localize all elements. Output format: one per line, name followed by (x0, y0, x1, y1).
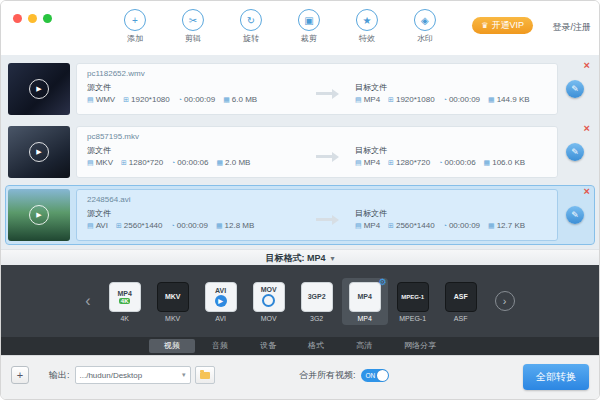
format-option-mov[interactable]: MOV MOV (246, 278, 292, 325)
chevron-right-icon[interactable]: › (495, 291, 515, 311)
source-label: 源文件 (87, 144, 299, 157)
play-icon[interactable]: ▶ (29, 205, 49, 225)
4k-badge: 4K (119, 298, 131, 304)
target-duration: 00:00:09 (449, 221, 480, 230)
format-tile-text: MP4 (117, 290, 131, 297)
file-row-selected[interactable]: ▶ 2248564.avi 源文件 ▤AVI ⊞2560*1440 ◔00:00… (6, 186, 594, 244)
duration-icon: ◔ (443, 222, 447, 229)
format-option-3g2[interactable]: 3GP2 3G2 (294, 278, 340, 325)
duration-icon: ◔ (171, 222, 175, 229)
convert-arrow-icon (299, 152, 355, 162)
target-size: 144.9 KB (497, 95, 530, 104)
zoom-window-button[interactable] (43, 14, 52, 23)
play-icon[interactable]: ▶ (29, 79, 49, 99)
tab-format[interactable]: 格式 (293, 339, 339, 353)
format-panel: ‹ MP4 4K 4K MKV MKV AVI ▶ AVI MOV (1, 265, 599, 337)
target-info: 目标文件 ▤MP4 ⊞1920*1080 ◔00:00:09 ▦144.9 KB (355, 81, 547, 106)
size-icon: ▦ (216, 222, 223, 229)
effects-label: 特效 (359, 33, 375, 44)
tab-hd[interactable]: 高清 (341, 339, 387, 353)
tab-device[interactable]: 设备 (245, 339, 291, 353)
play-icon[interactable]: ▶ (29, 142, 49, 162)
merge-toggle[interactable]: ON (361, 369, 389, 382)
edit-file-button[interactable]: ✎ (566, 143, 584, 161)
format-option-4k[interactable]: MP4 4K 4K (102, 278, 148, 325)
format-option-avi[interactable]: AVI ▶ AVI (198, 278, 244, 325)
close-window-button[interactable] (13, 14, 22, 23)
crop-button[interactable]: ▣ 裁剪 (287, 9, 331, 44)
target-info: 目标文件 ▤MP4 ⊞2560*1440 ◔00:00:09 ▦12.7 KB (355, 207, 547, 232)
edit-file-button[interactable]: ✎ (566, 80, 584, 98)
add-file-button[interactable]: + (11, 366, 29, 384)
file-row[interactable]: ▶ pc1182652.wmv 源文件 ▤WMV ⊞1920*1080 ◔00:… (6, 60, 594, 118)
rotate-label: 旋转 (243, 33, 259, 44)
remove-file-icon[interactable]: × (584, 123, 590, 133)
file-row[interactable]: ▶ pc857195.mkv 源文件 ▤MKV ⊞1280*720 ◔00:00… (6, 123, 594, 181)
row-controls: × ✎ (558, 124, 592, 180)
format-caption: 3G2 (310, 315, 323, 322)
source-resolution: 1920*1080 (131, 95, 170, 104)
file-name: pc857195.mkv (87, 131, 547, 143)
watermark-button[interactable]: ◈ 水印 (403, 9, 447, 44)
format-caption: 4K (120, 315, 129, 322)
minimize-window-button[interactable] (28, 14, 37, 23)
tab-video[interactable]: 视频 (149, 339, 195, 353)
tab-audio[interactable]: 音频 (197, 339, 243, 353)
target-label: 目标文件 (355, 81, 547, 94)
file-type-icon: ▤ (355, 96, 362, 103)
merge-control: 合并所有视频: ON (299, 369, 389, 382)
resolution-icon: ⊞ (123, 96, 129, 103)
target-resolution: 1280*720 (396, 158, 430, 167)
target-info: 目标文件 ▤MP4 ⊞1280*720 ◔00:00:06 ▦106.0 KB (355, 144, 547, 169)
resolution-icon: ⊞ (388, 159, 394, 166)
duration-icon: ◔ (171, 159, 175, 166)
rotate-button[interactable]: ↻ 旋转 (229, 9, 273, 44)
file-type-icon: ▤ (87, 159, 94, 166)
crown-icon: ♛ (481, 21, 488, 30)
target-size: 106.0 KB (492, 158, 525, 167)
tab-web-share[interactable]: 网络分享 (389, 339, 451, 353)
add-button[interactable]: + 添加 (113, 9, 157, 44)
size-icon: ▦ (223, 96, 230, 103)
format-tile-text: MOV (261, 286, 277, 293)
remove-file-icon[interactable]: × (584, 186, 590, 196)
source-size: 12.8 MB (225, 221, 255, 230)
source-resolution: 2560*1440 (124, 221, 163, 230)
target-resolution: 1920*1080 (396, 95, 435, 104)
format-option-mkv[interactable]: MKV MKV (150, 278, 196, 325)
source-format: MKV (96, 158, 113, 167)
bottom-bar: + 输出: .../hudun/Desktop ▾ 合并所有视频: ON 全部转… (1, 355, 599, 399)
toggle-knob (377, 370, 388, 381)
browse-folder-button[interactable] (195, 366, 215, 384)
convert-all-button[interactable]: 全部转换 (523, 364, 589, 390)
format-option-asf[interactable]: ASF ASF (438, 278, 484, 325)
target-format-strip[interactable]: 目标格式: MP4 ▾ (1, 249, 599, 266)
target-format: MP4 (364, 95, 380, 104)
crop-label: 裁剪 (301, 33, 317, 44)
format-option-mp4-selected[interactable]: MP4 ⚙ MP4 (342, 278, 388, 325)
crop-icon: ▣ (298, 9, 320, 31)
collapse-icon[interactable]: ▾ (331, 254, 335, 263)
edit-file-button[interactable]: ✎ (566, 206, 584, 224)
main-toolbar: + 添加 ✂ 剪辑 ↻ 旋转 ▣ 裁剪 ★ 特效 ◈ 水印 (113, 9, 447, 44)
rotate-icon: ↻ (240, 9, 262, 31)
file-list: ▶ pc1182652.wmv 源文件 ▤WMV ⊞1920*1080 ◔00:… (1, 55, 599, 249)
effects-icon: ★ (356, 9, 378, 31)
size-icon: ▦ (488, 96, 495, 103)
login-register-link[interactable]: 登录/注册 (552, 21, 591, 34)
file-card: 2248564.avi 源文件 ▤AVI ⊞2560*1440 ◔00:00:0… (76, 189, 558, 241)
vip-button[interactable]: ♛ 开通VIP (472, 17, 533, 34)
gear-icon[interactable]: ⚙ (379, 277, 387, 287)
effects-button[interactable]: ★ 特效 (345, 9, 389, 44)
file-name: pc1182652.wmv (87, 68, 547, 80)
format-option-mpeg1[interactable]: MPEG-1 MPEG-1 (390, 278, 436, 325)
output-path-select[interactable]: .../hudun/Desktop ▾ (75, 366, 191, 384)
folder-icon (200, 372, 210, 379)
target-format: MP4 (364, 221, 380, 230)
chevron-left-icon[interactable]: ‹ (85, 292, 90, 310)
remove-file-icon[interactable]: × (584, 60, 590, 70)
source-format: AVI (96, 221, 108, 230)
clip-button[interactable]: ✂ 剪辑 (171, 9, 215, 44)
duration-icon: ◔ (443, 96, 447, 103)
row-controls: × ✎ (558, 61, 592, 117)
